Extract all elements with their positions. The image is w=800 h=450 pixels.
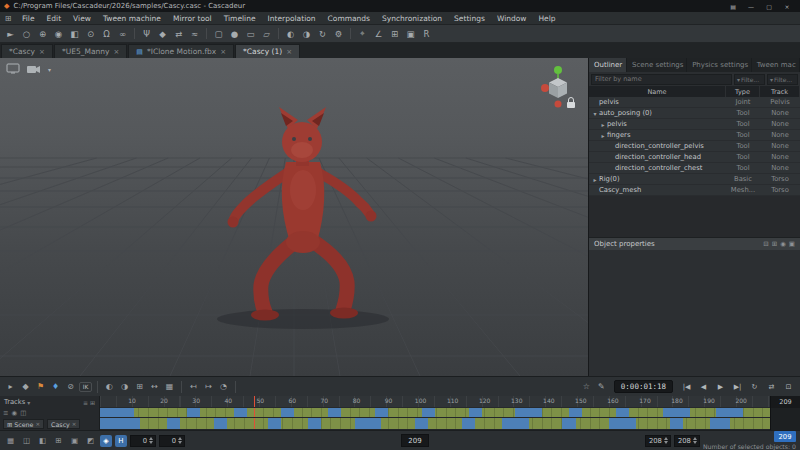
menu-synchronization[interactable]: Synchronization bbox=[376, 12, 448, 25]
stepper-arrows-icon[interactable] bbox=[693, 437, 697, 444]
keyframe-segment[interactable] bbox=[167, 418, 180, 429]
interval-end-icon[interactable]: ↦ bbox=[202, 380, 215, 394]
play-options-icon[interactable]: ▸ bbox=[4, 380, 17, 394]
keyframe-segment[interactable] bbox=[375, 408, 388, 417]
keyframe-segment[interactable] bbox=[187, 408, 200, 417]
visibility-icon[interactable]: ◉ bbox=[780, 240, 786, 248]
table-row[interactable]: pelvis Joint Pelvis bbox=[589, 97, 800, 108]
ghost-left-icon[interactable]: ◐ bbox=[103, 380, 116, 394]
plane-primitive-icon[interactable]: ▱ bbox=[259, 27, 274, 41]
joint-tool-icon[interactable]: ◆ bbox=[155, 27, 170, 41]
camera-view-icon[interactable]: ▣ bbox=[403, 27, 418, 41]
viewport-3d[interactable]: ▾ bbox=[0, 58, 588, 376]
interval-start-field[interactable]: 0 bbox=[130, 435, 156, 447]
keyframe-segment[interactable] bbox=[469, 408, 482, 417]
interval-start-icon[interactable]: ↤ bbox=[187, 380, 200, 394]
offset-field[interactable]: 0 bbox=[159, 435, 185, 447]
character-tab[interactable]: Cascy × bbox=[47, 419, 80, 429]
last-key-field[interactable]: 208 bbox=[674, 435, 700, 447]
table-row[interactable]: direction_controller_chest Tool None bbox=[589, 163, 800, 174]
table-row[interactable]: ▸Rig(0) Basic Torso bbox=[589, 174, 800, 185]
main-menu-icon[interactable]: ⊞ bbox=[0, 14, 16, 23]
tab-close-icon[interactable]: × bbox=[286, 48, 292, 56]
menu-edit[interactable]: Edit bbox=[41, 12, 68, 25]
grid-filter-icon[interactable]: ◩ bbox=[84, 434, 97, 447]
display-mode-icon[interactable] bbox=[6, 63, 20, 76]
playhead[interactable] bbox=[254, 418, 255, 429]
tab-close-icon[interactable]: × bbox=[72, 421, 77, 427]
keyframe-segment[interactable] bbox=[663, 408, 690, 417]
menu-window[interactable]: Window bbox=[491, 12, 533, 25]
keyframe-segment[interactable] bbox=[268, 418, 281, 429]
track-list-icon[interactable]: ≡ bbox=[83, 399, 88, 406]
gizmo-y-axis[interactable] bbox=[554, 66, 562, 74]
table-row[interactable]: Cascy_mesh Mesh... Torso bbox=[589, 185, 800, 196]
keyframe-segment[interactable] bbox=[328, 408, 341, 417]
expand-button[interactable]: ⊡ bbox=[781, 380, 796, 394]
pin-icon[interactable]: ⊟ bbox=[763, 240, 768, 248]
keyframe-segment[interactable] bbox=[100, 408, 134, 417]
filter-by-name-input[interactable] bbox=[591, 74, 732, 85]
physics-tool-icon[interactable]: ⚙ bbox=[331, 27, 346, 41]
mirror-tool-icon[interactable]: ⇄ bbox=[171, 27, 186, 41]
keyframe-segment[interactable] bbox=[214, 418, 227, 429]
keyframe-segment[interactable] bbox=[609, 418, 636, 429]
tab-ue5-manny[interactable]: *UE5_Manny × bbox=[54, 44, 127, 58]
keyframe-segment[interactable] bbox=[710, 418, 730, 429]
tab-close-icon[interactable]: × bbox=[35, 421, 40, 427]
expand-arrow-icon[interactable]: ▸ bbox=[591, 176, 599, 183]
frames-icon[interactable]: ▦ bbox=[163, 380, 176, 394]
maximize-button[interactable]: ▢ bbox=[760, 0, 778, 12]
track-filter-dropdown[interactable]: ▾ Filte... bbox=[767, 74, 798, 85]
snap-toggle[interactable]: ◈ bbox=[100, 435, 112, 447]
stepper-arrows-icon[interactable] bbox=[149, 437, 153, 444]
tab-cascy[interactable]: *Cascy × bbox=[1, 44, 53, 58]
playhead[interactable] bbox=[254, 396, 255, 407]
keyframe-segment[interactable] bbox=[569, 408, 582, 417]
controllers-filter-icon[interactable]: ◧ bbox=[36, 434, 49, 447]
tab-tween-machine[interactable]: Tween mac bbox=[752, 58, 800, 72]
tab-close-icon[interactable]: × bbox=[39, 48, 45, 56]
joints-filter-icon[interactable]: ◫ bbox=[20, 434, 33, 447]
add-property-icon[interactable]: ⊞ bbox=[772, 240, 777, 248]
link-tool-icon[interactable]: ∞ bbox=[115, 27, 130, 41]
type-filter-dropdown[interactable]: ▾ Filte... bbox=[734, 74, 765, 85]
keyframe-segment[interactable] bbox=[415, 418, 428, 429]
gizmo-x-axis[interactable] bbox=[541, 84, 549, 92]
keyframe-segment[interactable] bbox=[234, 408, 247, 417]
ik-mode-button[interactable]: IK bbox=[79, 382, 92, 392]
keyframe-segment[interactable] bbox=[100, 418, 140, 429]
menu-timeline[interactable]: Timeline bbox=[218, 12, 262, 25]
tab-cascy-1[interactable]: *Cascy (1) × bbox=[235, 44, 300, 58]
keyframe-segment[interactable] bbox=[670, 418, 683, 429]
magic-wand-icon[interactable]: ☆ bbox=[580, 380, 593, 394]
fulcrum-tool-icon[interactable]: ⌖ bbox=[355, 27, 370, 41]
select-tool-icon[interactable]: ► bbox=[3, 27, 18, 41]
tab-scene-settings[interactable]: Scene settings bbox=[627, 58, 687, 72]
expand-arrow-icon[interactable]: ▸ bbox=[599, 121, 607, 128]
column-name[interactable]: Name bbox=[589, 86, 726, 97]
tab-close-icon[interactable]: × bbox=[220, 48, 226, 56]
tracks-dropdown[interactable]: Tracks ▾ ≡ ⊞ bbox=[0, 396, 100, 408]
ghost-right-icon[interactable]: ◑ bbox=[118, 380, 131, 394]
angle-tool-icon[interactable]: ∠ bbox=[371, 27, 386, 41]
point-controller-icon[interactable]: ◉ bbox=[51, 27, 66, 41]
prev-frame-button[interactable]: ◀ bbox=[696, 380, 711, 394]
expand-arrow-icon[interactable]: ▾ bbox=[591, 110, 599, 117]
ghost-forward-icon[interactable]: ◑ bbox=[299, 27, 314, 41]
scene-tab[interactable]: ⊞ Scene × bbox=[3, 419, 44, 429]
interval-edit-icon[interactable]: ◧ bbox=[67, 27, 82, 41]
grid-snap-icon[interactable]: ⊞ bbox=[387, 27, 402, 41]
pivot-icon[interactable]: ◆ bbox=[19, 380, 32, 394]
column-type[interactable]: Type bbox=[726, 86, 760, 97]
flag-icon[interactable]: ⚑ bbox=[34, 380, 47, 394]
sphere-primitive-icon[interactable]: ● bbox=[227, 27, 242, 41]
stepper-arrows-icon[interactable] bbox=[664, 437, 668, 444]
rig-tool-icon[interactable]: Ψ bbox=[139, 27, 154, 41]
overlay-icon[interactable]: ⊞ bbox=[133, 380, 146, 394]
minimize-button[interactable]: — bbox=[742, 0, 760, 12]
object-properties-header[interactable]: Object properties ⊟ ⊞ ◉ ▣ bbox=[589, 237, 800, 250]
add-point-icon[interactable]: ⊕ bbox=[35, 27, 50, 41]
table-row[interactable]: ▸pelvis Tool None bbox=[589, 119, 800, 130]
keyframe-segment[interactable] bbox=[308, 418, 321, 429]
